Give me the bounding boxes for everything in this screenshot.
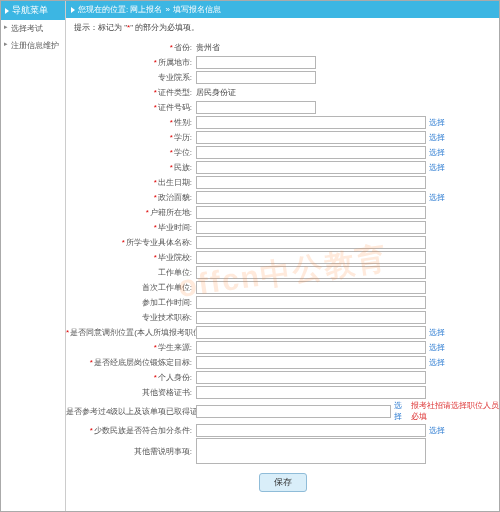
- exam4-pick[interactable]: 选择: [394, 400, 408, 422]
- hukou-input[interactable]: [196, 206, 426, 219]
- breadcrumb: 您现在的位置: 网上报名»填写报名信息: [66, 1, 499, 18]
- tip: 提示：标记为 "*" 的部分为必填项。: [66, 18, 499, 37]
- province-value: 贵州省: [196, 42, 220, 53]
- personal-input[interactable]: [196, 371, 426, 384]
- workunit-input[interactable]: [196, 266, 426, 279]
- gender-input[interactable]: [196, 116, 426, 129]
- degree-pick[interactable]: 选择: [429, 147, 445, 158]
- gradschool-input[interactable]: [196, 251, 426, 264]
- sidebar-header: 导航菜单: [1, 1, 65, 20]
- basejob-input[interactable]: [196, 356, 426, 369]
- remark-textarea[interactable]: [196, 438, 426, 464]
- degree-input[interactable]: [196, 146, 426, 159]
- edu-input[interactable]: [196, 131, 426, 144]
- exam4-hint: 报考社招请选择职位人员必填: [411, 400, 499, 422]
- politic-input[interactable]: [196, 191, 426, 204]
- basejob-pick[interactable]: 选择: [429, 357, 445, 368]
- idno-input[interactable]: [196, 101, 316, 114]
- birth-input[interactable]: [196, 176, 426, 189]
- sidebar-item-profile[interactable]: 注册信息维护: [1, 37, 65, 54]
- gender-pick[interactable]: 选择: [429, 117, 445, 128]
- gradtime-input[interactable]: [196, 221, 426, 234]
- major-input[interactable]: [196, 236, 426, 249]
- minority-pick[interactable]: 选择: [429, 425, 445, 436]
- title-input[interactable]: [196, 311, 426, 324]
- nation-pick[interactable]: 选择: [429, 162, 445, 173]
- othercert-input[interactable]: [196, 386, 426, 399]
- save-button[interactable]: 保存: [259, 473, 307, 492]
- city-input[interactable]: [196, 56, 316, 69]
- worktime-input[interactable]: [196, 296, 426, 309]
- exam4-input[interactable]: [196, 405, 391, 418]
- firstwork-input[interactable]: [196, 281, 426, 294]
- nation-input[interactable]: [196, 161, 426, 174]
- source-pick[interactable]: 选择: [429, 342, 445, 353]
- source-input[interactable]: [196, 341, 426, 354]
- minority-input[interactable]: [196, 424, 426, 437]
- selftest-pick[interactable]: 选择: [429, 327, 445, 338]
- school-input[interactable]: [196, 71, 316, 84]
- idtype-value: 居民身份证: [196, 87, 236, 98]
- sidebar-item-exam[interactable]: 选择考试: [1, 20, 65, 37]
- politic-pick[interactable]: 选择: [429, 192, 445, 203]
- selftest-input[interactable]: [196, 326, 426, 339]
- edu-pick[interactable]: 选择: [429, 132, 445, 143]
